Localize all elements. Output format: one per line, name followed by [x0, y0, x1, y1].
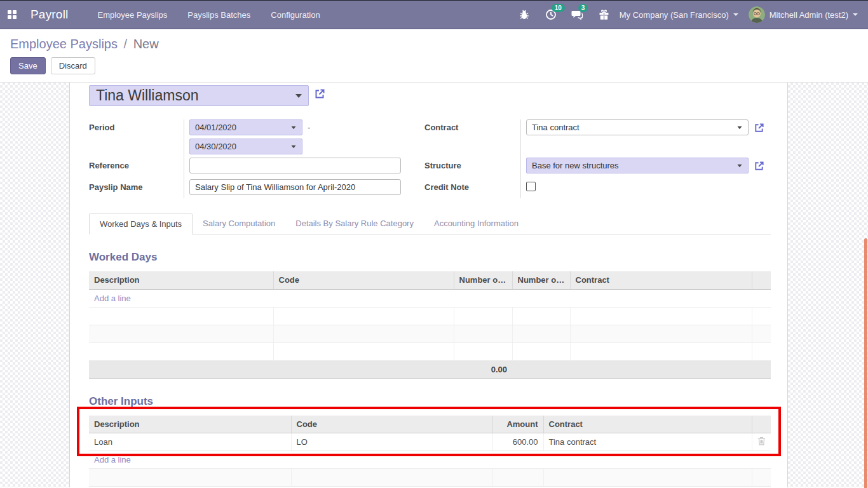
right-field-group: Contract Tina contract Structure — [424, 119, 766, 198]
message-count-badge: 3 — [578, 4, 588, 12]
period-to-value: 04/30/2020 — [195, 142, 236, 151]
tab-accounting-information[interactable]: Accounting Information — [424, 214, 529, 234]
chevron-down-icon — [295, 94, 302, 98]
table-row[interactable]: Loan LO 600.00 Tina contract — [89, 433, 771, 451]
other-inputs-header-row: Description Code Amount Contract — [89, 416, 771, 433]
period-to-field[interactable]: 04/30/2020 — [189, 139, 302, 154]
employee-field[interactable]: Tina Williamson — [89, 85, 309, 106]
chevron-down-icon — [733, 13, 738, 16]
col-description[interactable]: Description — [89, 271, 273, 289]
chevron-down-icon — [853, 13, 858, 16]
chevron-down-icon — [291, 145, 295, 147]
form-sheet: Tina Williamson Period 04/01/2020 - — [69, 83, 788, 487]
cell-description[interactable]: Loan — [89, 433, 291, 451]
form-view: Tina Williamson Period 04/01/2020 - — [0, 83, 868, 487]
contract-field[interactable]: Tina contract — [526, 119, 749, 135]
col-code[interactable]: Code — [273, 271, 454, 289]
left-field-group: Period 04/01/2020 - 04/30/2020 Reference — [89, 119, 403, 198]
period-label: Period — [89, 119, 184, 139]
col-contract[interactable]: Contract — [570, 271, 752, 289]
tab-salary-computation[interactable]: Salary Computation — [193, 214, 285, 234]
top-navbar: Payroll Employee Payslips Payslips Batch… — [0, 0, 868, 29]
user-menu[interactable]: Mitchell Admin (test2) — [749, 6, 858, 23]
employee-external-link-icon[interactable] — [314, 88, 325, 102]
credit-note-checkbox[interactable] — [526, 182, 536, 191]
contract-label: Contract — [424, 119, 521, 139]
cell-code[interactable]: LO — [291, 433, 492, 451]
chevron-down-icon — [291, 126, 295, 128]
employee-name: Tina Williamson — [96, 87, 295, 104]
worked-days-total-row: 0.00 — [89, 360, 771, 378]
menu-employee-payslips[interactable]: Employee Payslips — [96, 1, 168, 29]
chevron-down-icon — [737, 164, 742, 166]
payslip-name-label: Payslip Name — [89, 179, 184, 198]
control-panel: Employee Payslips / New Save Discard — [0, 29, 868, 83]
structure-label: Structure — [424, 158, 521, 179]
menu-payslips-batches[interactable]: Payslips Batches — [186, 1, 252, 29]
chevron-down-icon — [737, 126, 742, 128]
payslip-name-input[interactable] — [189, 179, 401, 195]
breadcrumb-separator: / — [124, 37, 128, 51]
col-actions — [752, 271, 771, 289]
col-number-of-hours[interactable]: Number of ... — [512, 271, 570, 289]
cell-contract[interactable]: Tina contract — [543, 433, 752, 451]
app-title: Payroll — [31, 8, 68, 22]
avatar — [749, 6, 765, 23]
other-inputs-title: Other Inputs — [89, 395, 771, 408]
period-from-field[interactable]: 04/01/2020 — [189, 119, 302, 135]
col-description[interactable]: Description — [89, 416, 291, 433]
main-menu: Employee Payslips Payslips Batches Confi… — [96, 1, 321, 29]
save-button[interactable]: Save — [10, 57, 46, 74]
activity-count-badge: 10 — [552, 4, 565, 12]
empty-row — [89, 469, 771, 487]
contract-value: Tina contract — [532, 123, 580, 132]
other-inputs-add-a-line-link[interactable]: Add a line — [94, 455, 131, 464]
worked-days-add-a-line-link[interactable]: Add a line — [94, 294, 131, 303]
col-number-of-days[interactable]: Number of ... — [454, 271, 512, 289]
empty-row — [89, 325, 771, 342]
gift-icon[interactable] — [598, 8, 611, 21]
structure-value: Base for new structures — [532, 161, 619, 170]
tab-details-by-salary-rule-category[interactable]: Details By Salary Rule Category — [285, 214, 424, 234]
col-code[interactable]: Code — [291, 416, 492, 433]
empty-row — [89, 307, 771, 325]
worked-days-title: Worked Days — [89, 251, 771, 264]
structure-field[interactable]: Base for new structures — [526, 158, 749, 173]
user-name: Mitchell Admin (test2) — [770, 10, 848, 20]
reference-label: Reference — [89, 158, 184, 179]
reference-input[interactable] — [189, 158, 401, 173]
systray: 10 3 — [518, 8, 611, 21]
cell-amount[interactable]: 600.00 — [492, 433, 543, 451]
col-actions — [752, 416, 771, 433]
notebook-tabs: Worked Days & Inputs Salary Computation … — [89, 213, 771, 234]
worked-days-header-row: Description Code Number of ... Number of… — [89, 271, 771, 289]
period-from-value: 04/01/2020 — [195, 123, 236, 132]
delete-row-trash-icon[interactable] — [757, 437, 766, 445]
debug-bug-icon[interactable] — [518, 8, 531, 21]
worked-days-total-value: 0.00 — [454, 360, 512, 378]
apps-menu-button[interactable] — [0, 10, 24, 19]
worked-days-add-row: Add a line — [89, 289, 771, 307]
col-amount[interactable]: Amount — [492, 416, 543, 433]
tab-worked-days-inputs[interactable]: Worked Days & Inputs — [89, 214, 193, 234]
empty-row — [89, 342, 771, 360]
menu-configuration[interactable]: Configuration — [269, 1, 321, 29]
company-switcher[interactable]: My Company (San Francisco) — [620, 10, 738, 20]
other-inputs-add-row: Add a line — [89, 451, 771, 469]
breadcrumb: Employee Payslips / New — [10, 37, 858, 51]
messages-chat-icon[interactable]: 3 — [571, 8, 584, 21]
structure-external-link-icon[interactable] — [754, 161, 764, 174]
other-inputs-table: Description Code Amount Contract Loan LO… — [89, 416, 771, 487]
discard-button[interactable]: Discard — [51, 57, 95, 74]
breadcrumb-parent-link[interactable]: Employee Payslips — [10, 37, 118, 51]
credit-note-label: Credit Note — [424, 179, 521, 198]
col-contract[interactable]: Contract — [543, 416, 752, 433]
period-dash: - — [308, 119, 310, 132]
company-name: My Company (San Francisco) — [620, 10, 729, 20]
breadcrumb-current: New — [133, 37, 159, 51]
activities-clock-icon[interactable]: 10 — [545, 8, 557, 21]
apps-grid-icon — [8, 10, 17, 19]
vertical-scrollbar[interactable] — [864, 238, 867, 488]
contract-external-link-icon[interactable] — [754, 123, 764, 136]
worked-days-table: Description Code Number of ... Number of… — [89, 271, 771, 379]
